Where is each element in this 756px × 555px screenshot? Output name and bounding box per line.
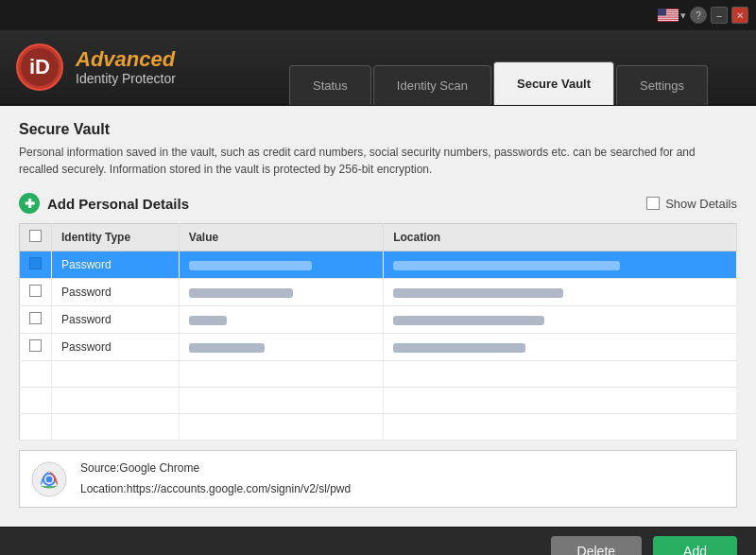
logo-area: iD Advanced Identity Protector	[15, 43, 256, 92]
title-bar: ▾ ? – ✕	[0, 0, 756, 30]
delete-button[interactable]: Delete	[551, 536, 642, 556]
row-2-checkbox[interactable]	[29, 285, 42, 297]
svg-rect-6	[658, 20, 679, 21]
show-details-label: Show Details	[665, 197, 737, 211]
svg-text:iD: iD	[29, 55, 50, 78]
minimize-button[interactable]: –	[711, 7, 728, 24]
add-details-left: ✚ Add Personal Details	[19, 193, 189, 214]
row-1-identity-type: Password	[52, 251, 180, 279]
action-buttons: Delete Add	[0, 527, 756, 555]
tab-identity-scan[interactable]: Identity Scan	[373, 65, 491, 105]
app-logo-icon: iD	[15, 43, 64, 92]
table-row[interactable]: Password	[20, 334, 737, 361]
logo-text: Advanced Identity Protector	[76, 48, 176, 86]
svg-rect-7	[658, 9, 666, 16]
info-text: Source:Google Chrome Location:https://ac…	[80, 459, 351, 499]
tab-secure-vault[interactable]: Secure Vault	[493, 61, 614, 105]
row-checkbox-cell	[20, 334, 52, 361]
row-1-location	[384, 251, 737, 279]
nav-tabs: Status Identity Scan Secure Vault Settin…	[256, 29, 741, 105]
bottom-info-panel: Source:Google Chrome Location:https://ac…	[19, 450, 737, 508]
page-title: Secure Vault	[19, 121, 737, 138]
row-2-location	[384, 279, 737, 306]
table-row	[20, 361, 737, 388]
table-row[interactable]: Password	[20, 279, 737, 306]
row-1-checkbox[interactable]	[29, 257, 42, 269]
row-3-location	[384, 306, 737, 334]
info-location: Location:https://accounts.google.com/sig…	[80, 479, 351, 500]
logo-subtitle: Identity Protector	[76, 71, 176, 86]
add-icon[interactable]: ✚	[19, 193, 40, 214]
flag-icon	[658, 9, 679, 22]
svg-point-15	[46, 476, 53, 482]
tab-status[interactable]: Status	[289, 65, 371, 105]
select-all-checkbox[interactable]	[29, 230, 42, 242]
row-1-value	[179, 251, 383, 279]
help-button[interactable]: ?	[690, 7, 707, 24]
page-description: Personal information saved in the vault,…	[19, 144, 737, 178]
logo-advanced: Advanced	[76, 48, 176, 71]
show-details-checkbox[interactable]	[646, 197, 660, 210]
row-4-identity-type: Password	[52, 334, 180, 361]
language-selector[interactable]: ▾	[658, 9, 686, 22]
row-4-value	[179, 334, 383, 361]
th-identity-type: Identity Type	[52, 224, 180, 251]
table-row[interactable]: Password	[20, 251, 737, 279]
chrome-icon	[31, 461, 67, 497]
svg-rect-4	[658, 16, 679, 17]
close-button[interactable]: ✕	[731, 7, 748, 24]
tab-settings[interactable]: Settings	[616, 65, 708, 105]
main-content: Secure Vault Personal information saved …	[0, 106, 756, 527]
add-button[interactable]: Add	[653, 536, 737, 556]
row-3-value	[179, 306, 383, 334]
identity-table: Identity Type Value Location Password Pa…	[19, 223, 737, 441]
row-3-checkbox[interactable]	[29, 312, 42, 324]
table-row	[20, 414, 737, 441]
th-location: Location	[384, 224, 737, 251]
row-4-location	[384, 334, 737, 361]
row-checkbox-cell	[20, 279, 52, 306]
row-3-identity-type: Password	[52, 306, 180, 334]
th-value: Value	[179, 224, 383, 251]
app-header: iD Advanced Identity Protector Status Id…	[0, 30, 756, 106]
info-source: Source:Google Chrome	[80, 459, 351, 479]
row-2-identity-type: Password	[52, 279, 180, 306]
svg-rect-5	[658, 18, 679, 19]
table-row[interactable]: Password	[20, 306, 737, 334]
table-row	[20, 388, 737, 414]
row-2-value	[179, 279, 383, 306]
add-details-label[interactable]: Add Personal Details	[47, 196, 189, 212]
row-checkbox-cell	[20, 251, 52, 279]
dropdown-arrow: ▾	[680, 9, 686, 22]
row-checkbox-cell	[20, 306, 52, 334]
th-checkbox	[20, 224, 52, 251]
title-bar-controls: ▾ ? – ✕	[658, 7, 748, 24]
show-details-right: Show Details	[646, 197, 737, 211]
row-4-checkbox[interactable]	[29, 339, 42, 352]
add-details-row: ✚ Add Personal Details Show Details	[19, 193, 737, 214]
